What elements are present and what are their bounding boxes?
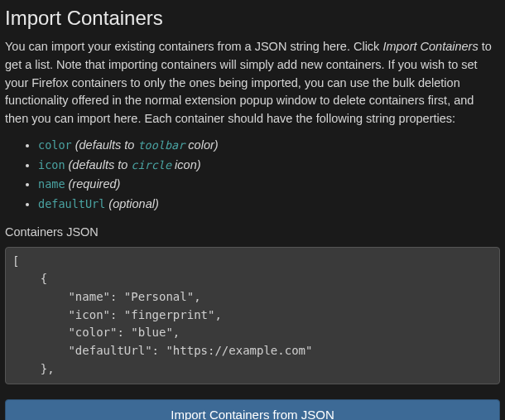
- prop-suffix: (optional): [105, 197, 158, 210]
- textarea-label: Containers JSON: [5, 224, 500, 242]
- prop-code: color: [38, 138, 72, 152]
- page-title: Import Containers: [5, 3, 500, 33]
- prop-code: name: [38, 177, 65, 191]
- list-item: color (defaults to toolbar color): [38, 137, 500, 155]
- list-item: defaultUrl (optional): [38, 196, 500, 214]
- prop-suffix: (defaults to circle icon): [65, 158, 201, 171]
- prop-code: icon: [38, 158, 65, 171]
- prop-suffix: (required): [65, 177, 121, 191]
- containers-json-input[interactable]: [5, 247, 500, 384]
- list-item: icon (defaults to circle icon): [38, 157, 500, 175]
- import-containers-button[interactable]: Import Containers from JSON: [5, 399, 500, 420]
- prop-code2: circle: [131, 158, 171, 171]
- list-item: name (required): [38, 176, 500, 194]
- intro-before: You can import your existing containers …: [5, 40, 382, 53]
- intro-em: Import Containers: [382, 40, 478, 53]
- prop-code: defaultUrl: [38, 197, 105, 210]
- prop-suffix: (defaults to toolbar color): [72, 138, 219, 152]
- prop-code2: toolbar: [137, 138, 185, 152]
- properties-list: color (defaults to toolbar color) icon (…: [5, 137, 500, 214]
- intro-paragraph: You can import your existing containers …: [5, 38, 500, 128]
